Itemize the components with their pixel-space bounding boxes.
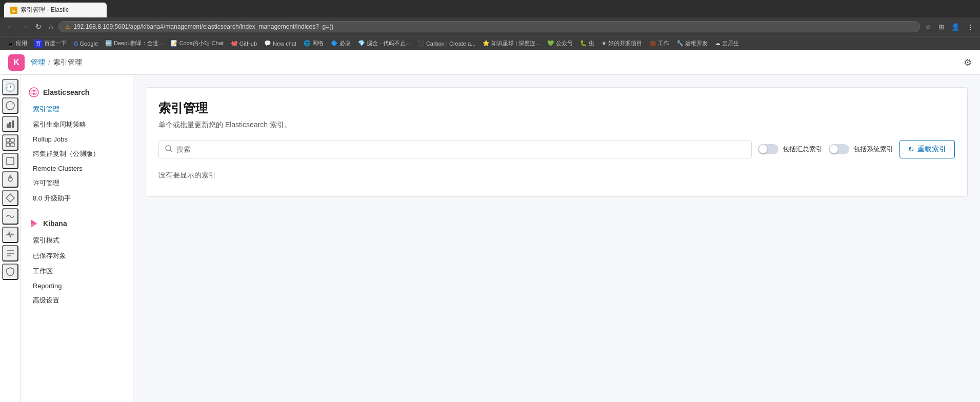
bookmark-carbon[interactable]: ⬛ Carbon | Create a... [414, 39, 478, 48]
kibana-section: Kibana 索引模式 已保存对象 工作区 Reporting 高级设置 [21, 214, 133, 308]
breadcrumb: 管理 / 索引管理 [31, 58, 82, 67]
sidebar-security-button[interactable] [2, 264, 18, 280]
rollup-toggle-group: 包括汇总索引 [758, 144, 823, 154]
sidebar-uptime-button[interactable] [2, 208, 18, 225]
bookmark-bug[interactable]: 🐛 虫 [577, 38, 597, 48]
nav-upgrade[interactable]: 8.0 升级助手 [21, 191, 133, 206]
bookmark-deepl-icon: 🔤 [105, 40, 112, 47]
nav-index-lifecycle[interactable]: 索引生命周期策略 [21, 117, 133, 132]
nav-index-patterns[interactable]: 索引模式 [21, 233, 133, 248]
bookmark-bug-label: 虫 [589, 39, 594, 47]
reload-button[interactable]: ↻ [33, 22, 44, 32]
bookmark-github-icon: 🐙 [231, 40, 238, 47]
bookmark-network[interactable]: 🌐 网络 [301, 38, 327, 48]
sidebar-ml-button[interactable] [2, 190, 18, 206]
bookmark-newchat-label: New chat [273, 41, 296, 47]
bookmark-weixin-icon: 💚 [547, 40, 554, 47]
page-title: 索引管理 [158, 100, 955, 116]
active-tab[interactable]: E 索引管理 - Elastic [4, 3, 107, 17]
sidebar-maps-button[interactable] [2, 171, 18, 188]
tab-favicon: E [10, 7, 17, 14]
nav-advanced-settings[interactable]: 高级设置 [21, 293, 133, 308]
svg-point-18 [166, 146, 171, 151]
security-indicator: ⚠ [65, 24, 70, 30]
nav-reporting[interactable]: Reporting [21, 279, 133, 293]
bookmark-button[interactable]: ☆ [923, 22, 933, 32]
svg-point-17 [33, 93, 35, 95]
svg-rect-4 [6, 138, 10, 142]
bookmark-cloudnative[interactable]: ☁ 云原生 [712, 38, 742, 48]
bookmark-work[interactable]: 💼 工作 [646, 38, 672, 48]
bookmark-google[interactable]: G Google [71, 39, 101, 48]
extensions-button[interactable]: ⊞ [936, 22, 946, 32]
sidebar-logs-button[interactable] [2, 245, 18, 262]
elasticsearch-icon [29, 87, 39, 97]
breadcrumb-separator: / [48, 58, 50, 67]
sidebar-discover-button[interactable] [2, 97, 18, 114]
bookmark-carbon-icon: ⬛ [417, 40, 425, 47]
bookmark-apps[interactable]: 📱 应用 [4, 38, 30, 48]
system-toggle-label: 包括系统索引 [853, 145, 893, 154]
kibana-logo[interactable]: K [8, 54, 25, 71]
bookmark-baidu[interactable]: 百 百度一下 [31, 38, 70, 49]
settings-button[interactable]: ⚙ [964, 57, 972, 68]
bookmark-opensource[interactable]: ★ 好的开源项目 [598, 38, 645, 48]
nav-saved-objects[interactable]: 已保存对象 [21, 248, 133, 264]
nav-buttons: ← → ↻ ⌂ [4, 22, 55, 32]
forward-button[interactable]: → [18, 22, 31, 32]
elasticsearch-label: Elasticsearch [43, 88, 89, 96]
empty-message: 没有要显示的索引 [158, 167, 955, 184]
profile-button[interactable]: 👤 [949, 22, 962, 32]
bookmark-newchat-icon: 💬 [264, 40, 271, 47]
rollup-toggle[interactable] [758, 144, 778, 154]
browser-actions: ☆ ⊞ 👤 ⋮ [923, 22, 976, 32]
nav-license[interactable]: 许可管理 [21, 175, 133, 191]
toolbar: 包括汇总索引 包括系统索引 ↻ 重载索引 [158, 140, 955, 158]
bookmark-juejin[interactable]: 💎 掘金 - 代码不止... [355, 38, 413, 48]
reload-icon: ↻ [908, 145, 914, 153]
bookmark-weixin[interactable]: 💚 公众号 [544, 38, 576, 48]
system-toggle[interactable] [829, 144, 849, 154]
app-header: K 管理 / 索引管理 ⚙ [0, 50, 980, 75]
sidebar-canvas-button[interactable] [2, 153, 18, 169]
bookmark-cloudnative-label: 云原生 [722, 39, 739, 47]
reload-button[interactable]: ↻ 重载索引 [899, 140, 955, 158]
bookmark-coda-icon: 📝 [171, 40, 178, 47]
nav-workspace[interactable]: 工作区 [21, 264, 133, 279]
nav-remote-clusters[interactable]: Remote Clusters [21, 162, 133, 175]
rollup-toggle-label: 包括汇总索引 [783, 145, 823, 154]
bookmark-bing-icon: 🔷 [331, 40, 338, 47]
nav-index-management[interactable]: 索引管理 [21, 102, 133, 117]
bookmark-apps-icon: 📱 [7, 40, 14, 47]
rollup-toggle-track[interactable] [758, 144, 778, 154]
elasticsearch-section-title: Elasticsearch [21, 83, 133, 102]
bookmark-google-label: Google [80, 41, 98, 47]
sidebar-dashboard-button[interactable] [2, 134, 18, 151]
bookmark-github[interactable]: 🐙 GitHub [228, 39, 260, 48]
home-button[interactable]: ⌂ [46, 22, 55, 32]
bookmark-bing[interactable]: 🔷 必应 [328, 38, 354, 48]
back-button[interactable]: ← [4, 22, 16, 32]
system-toggle-track[interactable] [829, 144, 849, 154]
bookmark-deepl[interactable]: 🔤 DeepL翻译：全世... [102, 38, 167, 48]
nav-rollup-jobs[interactable]: Rollup Jobs [21, 132, 133, 146]
bookmark-newchat[interactable]: 💬 New chat [261, 39, 299, 48]
breadcrumb-parent[interactable]: 管理 [31, 58, 45, 67]
nav-cross-cluster[interactable]: 跨集群复制（公测版） [21, 146, 133, 162]
bookmark-coda[interactable]: 📝 Coda的小站-Chat [168, 38, 227, 48]
tab-title: 索引管理 - Elastic [21, 6, 69, 14]
main-content: 索引管理 单个或批量更新您的 Elasticsearch 索引。 [133, 75, 980, 402]
bookmark-devops-label: 运维开发 [685, 39, 708, 47]
svg-point-0 [6, 102, 14, 110]
bookmark-devops[interactable]: 🔧 运维开发 [673, 38, 711, 48]
search-box[interactable] [158, 140, 752, 158]
search-input[interactable] [176, 145, 745, 153]
bookmark-zsxq[interactable]: ⭐ 知识星球 | 深度连... [479, 38, 543, 48]
sidebar-visualize-button[interactable] [2, 116, 18, 132]
bookmark-network-icon: 🌐 [304, 40, 311, 47]
app-container: 🕐 [0, 75, 980, 402]
address-bar[interactable]: ⚠ 192.168.8.109:5601/app/kibana#/managem… [58, 21, 920, 32]
sidebar-clock-button[interactable]: 🕐 [2, 79, 18, 95]
sidebar-apm-button[interactable] [2, 227, 18, 243]
menu-button[interactable]: ⋮ [965, 22, 976, 32]
